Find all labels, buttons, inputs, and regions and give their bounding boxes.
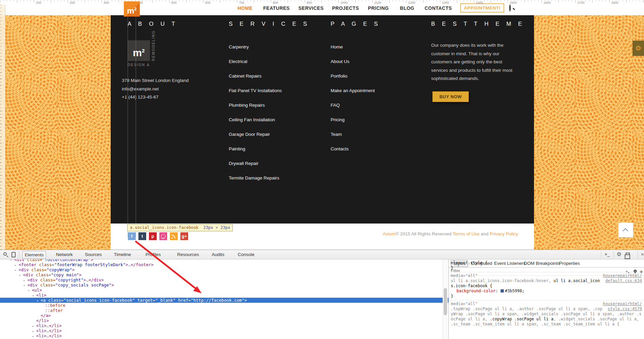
tree-row[interactable]: ▸<footer class="footerWrap footerStyleDa…	[0, 262, 448, 267]
device-mode-icon[interactable]	[12, 252, 16, 257]
devtools-styles-sidebar: StylesComputedEvent ListenersDOM Breakpo…	[448, 259, 644, 339]
dock-side-icon[interactable]	[626, 253, 630, 256]
theme-customizer-toggle[interactable]: ⚙	[632, 41, 644, 56]
tree-row[interactable]: ▾<div class="copy main">	[0, 272, 448, 277]
nav-item-features[interactable]: FEATURES	[263, 5, 290, 11]
service-link[interactable]: Termite Damage Repairs	[229, 175, 279, 181]
code-token: class=	[39, 262, 54, 267]
nav-item-home[interactable]: HOME	[238, 5, 252, 11]
code-token: </li>	[49, 323, 62, 328]
scrollbar-thumb[interactable]	[444, 288, 447, 315]
page-link[interactable]: Portfolio	[331, 73, 348, 79]
h-ruler-label: 300	[104, 1, 109, 4]
console-drawer-icon[interactable]: >_	[605, 252, 609, 257]
code-token: class=	[31, 267, 47, 272]
css-property-row[interactable]: background-color: #3b5998;	[451, 289, 642, 294]
code-token: <div	[19, 267, 31, 272]
expand-arrow-open-icon[interactable]: ▾	[19, 273, 23, 278]
style-rule-facebook: houserepairhtml/default.css:634 media="a…	[449, 272, 644, 300]
devtools-tab-elements[interactable]: Elements	[22, 251, 46, 258]
tree-row[interactable]: ::before	[0, 303, 448, 308]
code-token: <li>	[36, 323, 46, 328]
page-link[interactable]: About Us	[331, 59, 350, 64]
color-swatch[interactable]	[501, 289, 504, 293]
code-token: <a	[41, 298, 48, 303]
devtools-tab-sources[interactable]: Sources	[83, 251, 104, 258]
devtools-settings-icon[interactable]: ⚙	[617, 251, 621, 257]
stylesheet-link[interactable]: houserepairhtml/style.css:4579	[603, 301, 642, 312]
code-token: </li>	[49, 333, 62, 338]
expand-arrow-open-icon[interactable]: ▾	[28, 288, 32, 293]
service-link[interactable]: Drywall Repair	[229, 161, 259, 166]
page-link[interactable]: Contacts	[331, 146, 349, 151]
expand-arrow-open-icon[interactable]: ▾	[15, 268, 19, 273]
service-link[interactable]: Painting	[229, 146, 245, 151]
h-ruler-label: 1400	[476, 1, 483, 4]
nav-item-services[interactable]: SERVICES	[298, 5, 324, 11]
page-link[interactable]: Make an Appointment	[331, 88, 375, 93]
tree-row[interactable]: </a>	[0, 313, 448, 318]
tree-row[interactable]: ▾<div class="copy_socials socPage">	[0, 282, 448, 288]
devtools-close-icon[interactable]: ×	[641, 251, 644, 257]
tree-row[interactable]: ::after	[0, 308, 448, 313]
footer-heading-best-theme: B E S T T H E M E	[431, 21, 525, 27]
inspect-element-icon[interactable]	[3, 252, 7, 256]
footer-heading-pages: P A G E S	[331, 21, 380, 27]
vertical-page-ruler: 600061006200630064006500	[0, 5, 5, 250]
buy-now-button[interactable]: BUY NOW	[432, 91, 469, 102]
social-icon-rss[interactable]	[170, 232, 178, 240]
tree-row[interactable]: ▾<ul>	[0, 288, 448, 293]
elements-tree-scrollbar[interactable]	[443, 259, 448, 339]
nav-item-blog[interactable]: BLOG	[400, 5, 414, 11]
tree-row[interactable]: </li>	[0, 318, 448, 323]
tree-row[interactable]: ▾<div class="copyWrap">	[0, 267, 448, 272]
expand-arrow-open-icon[interactable]: ▾	[23, 283, 27, 288]
page-link[interactable]: Team	[331, 132, 342, 137]
social-icon-googleplus[interactable]: g+	[180, 232, 188, 240]
nav-item-pricing[interactable]: PRICING	[368, 5, 389, 11]
devtools-tab-resources[interactable]: Resources	[175, 251, 201, 258]
stylesheet-link[interactable]: houserepairhtml/default.css:634	[603, 273, 642, 283]
tree-row[interactable]: ▾<a class="social_icons icon-facebook" t…	[0, 298, 448, 303]
brand-link[interactable]: Axiom	[383, 231, 396, 236]
footer-logo-remodeling-label: REMODELING	[151, 30, 155, 61]
service-link[interactable]: Electrical	[229, 59, 247, 64]
site-logo[interactable]: m2	[124, 1, 140, 17]
service-link[interactable]: Carpentry	[229, 44, 249, 49]
code-token: <li>	[36, 293, 46, 298]
tree-row[interactable]: ▸<li>…</li>	[0, 333, 448, 338]
nav-item-projects[interactable]: PROJECTS	[332, 5, 359, 11]
page-link[interactable]: FAQ	[331, 103, 340, 108]
devtools-tab-console[interactable]: Console	[236, 251, 257, 258]
social-icon-dribbble[interactable]	[159, 232, 167, 240]
tree-row[interactable]: ▸<li>…</li>	[0, 323, 448, 328]
service-link[interactable]: Flat Panel TV Installations	[229, 88, 282, 93]
page-link[interactable]: Pricing	[331, 117, 345, 122]
service-link[interactable]: Ceiling Fan Installation	[229, 117, 275, 122]
code-token: ::before	[45, 303, 65, 308]
terms-link[interactable]: Terms of Use	[452, 231, 480, 236]
expand-arrow-open-icon[interactable]: ▾	[37, 298, 41, 303]
privacy-link[interactable]: Privacy Policy	[490, 231, 518, 236]
social-icon-facebook[interactable]: f	[128, 232, 136, 240]
social-icon-tumblr[interactable]: t	[138, 232, 146, 240]
code-token: <li>	[36, 328, 46, 333]
devtools-tab-network[interactable]: Network	[54, 251, 75, 258]
tree-row[interactable]: ▾<li>	[0, 293, 448, 298]
expand-arrow-open-icon[interactable]: ▾	[32, 293, 36, 298]
service-link[interactable]: Garage Door Repair	[229, 132, 270, 137]
code-token: "social_icons icon-facebook"	[64, 298, 135, 303]
tree-row[interactable]: ▸<li>…</li>	[0, 328, 448, 333]
toolbar-separator	[614, 251, 614, 258]
service-link[interactable]: Cabinet Repairs	[229, 73, 262, 79]
devtools-tab-profiles[interactable]: Profiles	[143, 251, 163, 258]
scroll-to-top-button[interactable]	[618, 223, 633, 237]
nav-item-contacts[interactable]: CONTACTS	[425, 5, 452, 11]
devtools-tab-timeline[interactable]: Timeline	[112, 251, 133, 258]
copyright-line: Axiom© 2015 All Rights Reserved Terms of…	[383, 231, 518, 236]
tree-row[interactable]: ▸<div class="copyright">…</div>	[0, 277, 448, 282]
social-icon-pinterest[interactable]: p	[149, 232, 157, 240]
service-link[interactable]: Plumbing Repairs	[229, 103, 265, 108]
page-link[interactable]: Home	[331, 44, 343, 49]
devtools-tab-audits[interactable]: Audits	[209, 251, 226, 258]
